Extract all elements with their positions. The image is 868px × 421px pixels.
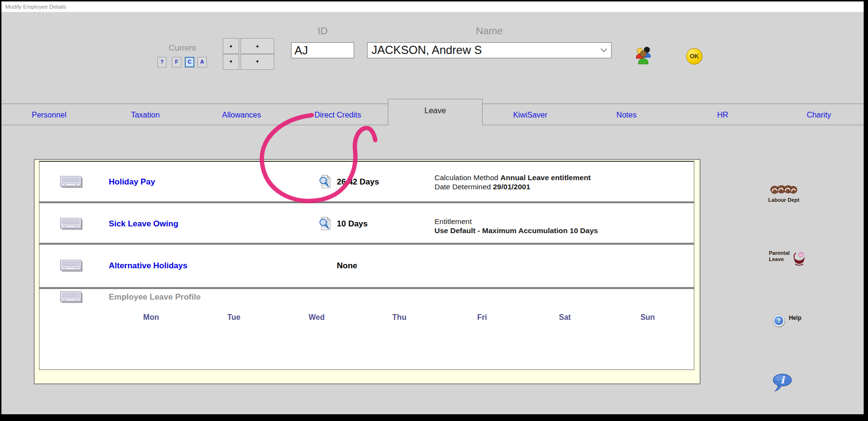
tab-hr[interactable]: HR — [675, 107, 771, 123]
magnifier-document-icon[interactable] — [319, 175, 332, 189]
record-page-down-button[interactable]: ▼ — [241, 54, 274, 70]
tab-leave-active[interactable]: Leave — [388, 99, 483, 125]
tab-direct-credits[interactable]: Direct Credits — [290, 107, 386, 123]
keyboard-edit-icon[interactable] — [60, 291, 83, 303]
window-titlebar: Modify Employee Details — [1, 1, 864, 12]
app-window: Modify Employee Details Current ? F C A … — [0, 0, 868, 421]
name-combobox[interactable]: JACKSON, Andrew S — [367, 42, 612, 58]
up-arrow-icon: ▲ — [229, 43, 233, 48]
filter-unknown-button[interactable]: ? — [157, 57, 166, 67]
up-arrow-icon: ▲ — [255, 43, 260, 48]
tab-kiwisaver[interactable]: KiwiSaver — [482, 107, 578, 123]
holiday-pay-link[interactable]: Holiday Pay — [109, 177, 282, 187]
tab-notes[interactable]: Notes — [578, 107, 675, 123]
record-down-button[interactable]: ▼ — [223, 54, 239, 70]
labour-dept-button[interactable]: Labour Dept — [768, 185, 800, 203]
record-up-button[interactable]: ▲ — [223, 38, 239, 54]
alternative-holidays-value: None — [337, 261, 357, 271]
day-header-sat: Sat — [523, 313, 606, 322]
day-header-mon: Mon — [110, 313, 192, 322]
employee-leave-profile-label: Employee Leave Profile — [109, 292, 201, 302]
record-page-up-button[interactable]: ▲ — [241, 38, 274, 54]
keyboard-edit-icon[interactable] — [60, 176, 83, 188]
labour-dept-koru-icon — [770, 185, 797, 195]
day-header-fri: Fri — [441, 313, 523, 322]
day-header-tue: Tue — [192, 313, 275, 322]
calculation-method-value: Annual Leave entitlement — [500, 173, 591, 182]
holiday-pay-value: 26.42 Days — [337, 177, 379, 187]
alternative-holidays-link[interactable]: Alternative Holidays — [109, 261, 282, 271]
tab-personnel[interactable]: Personnel — [1, 107, 97, 123]
current-label: Current — [167, 43, 198, 53]
day-header-sun: Sun — [606, 313, 689, 322]
info-bubble-icon[interactable]: i — [772, 373, 794, 394]
date-determined-value: 29/01/2001 — [493, 183, 530, 191]
id-input[interactable] — [291, 42, 354, 58]
down-arrow-icon: ▼ — [229, 59, 233, 64]
tab-charity[interactable]: Charity — [771, 107, 867, 123]
parental-leave-label: Parental Leave — [769, 250, 790, 263]
row-divider — [39, 201, 694, 203]
row-divider — [39, 243, 694, 245]
tab-taxation[interactable]: Taxation — [97, 107, 193, 123]
date-determined-label: Date Determined — [434, 183, 493, 191]
help-label: Help — [789, 315, 801, 321]
sick-leave-value: 10 Days — [337, 219, 368, 229]
entitlement-label: Entitlement — [434, 217, 472, 225]
calculation-method-label: Calculation Method — [434, 173, 500, 182]
id-label: ID — [291, 25, 354, 37]
sick-leave-detail: Entitlement Use Default - Maximum Accumu… — [434, 217, 598, 235]
day-header-thu: Thu — [358, 313, 441, 322]
chevron-down-icon — [600, 48, 607, 53]
magnifier-document-icon[interactable] — [319, 217, 332, 231]
filter-f-button[interactable]: F — [172, 57, 181, 67]
week-day-headers: Mon Tue Wed Thu Fri Sat Sun — [110, 313, 689, 322]
row-divider — [39, 287, 694, 289]
holiday-pay-detail: Calculation Method Annual Leave entitlem… — [434, 173, 591, 191]
keyboard-edit-icon[interactable] — [60, 260, 83, 272]
parental-leave-button[interactable]: Parental Leave — [769, 250, 805, 266]
help-question-icon: ? — [773, 315, 784, 326]
day-header-wed: Wed — [275, 313, 358, 322]
down-arrow-icon: ▼ — [255, 59, 260, 64]
filter-c-button[interactable]: C — [185, 57, 194, 67]
name-label: Name — [367, 25, 612, 37]
sick-leave-link[interactable]: Sick Leave Owing — [109, 219, 282, 229]
cradle-icon — [793, 251, 805, 266]
keyboard-edit-icon[interactable] — [60, 218, 83, 230]
labour-dept-label: Labour Dept — [768, 197, 800, 203]
name-value: JACKSON, Andrew S — [371, 43, 482, 56]
tab-allowances[interactable]: Allowances — [193, 107, 290, 123]
employee-group-icon[interactable] — [635, 46, 651, 65]
filter-a-button[interactable]: A — [197, 57, 207, 67]
help-button[interactable]: ? Help — [773, 315, 801, 326]
window-title: Modify Employee Details — [5, 4, 66, 10]
ok-button[interactable]: OK — [686, 48, 702, 65]
entitlement-value: Use Default - Maximum Accumulation 10 Da… — [434, 226, 598, 235]
